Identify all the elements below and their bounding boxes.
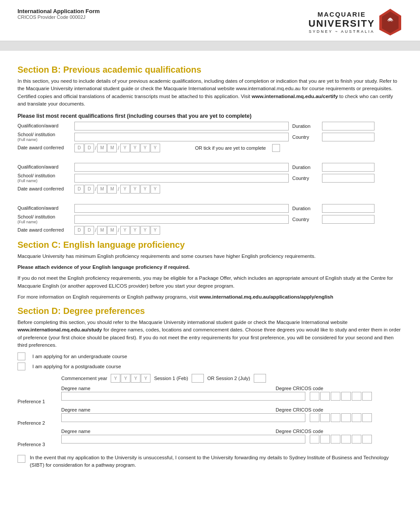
- qual1-duration-input[interactable]: [322, 122, 374, 130]
- year-y2[interactable]: Y: [121, 374, 130, 383]
- date-m1[interactable]: M: [97, 144, 107, 152]
- postgraduate-label: I am applying for a postgraduate course: [32, 364, 121, 369]
- cricos1-c1[interactable]: [310, 392, 319, 401]
- date-y1[interactable]: Y: [120, 144, 130, 152]
- cricos3-c6[interactable]: [362, 435, 372, 444]
- qual2-duration-input[interactable]: [322, 163, 374, 172]
- date2-m1[interactable]: M: [97, 185, 107, 194]
- qual2-school-input[interactable]: [74, 174, 289, 183]
- qual3-country-input[interactable]: [322, 215, 374, 224]
- cricos3-c4[interactable]: [341, 435, 351, 444]
- logo-text: MACQUARIE UNIVERSITY SYDNEY ~ AUSTRALIA: [308, 11, 375, 34]
- date2-y1[interactable]: Y: [120, 185, 130, 194]
- pref-3-inputs: [61, 435, 372, 444]
- date3-y3[interactable]: Y: [140, 226, 150, 235]
- date-d1[interactable]: D: [74, 144, 84, 152]
- year-y4[interactable]: Y: [141, 374, 150, 383]
- cricos3-c1[interactable]: [310, 435, 319, 444]
- cricos1-c6[interactable]: [362, 392, 372, 401]
- qual3-award-input[interactable]: [74, 204, 289, 213]
- date2-d1[interactable]: D: [74, 185, 84, 194]
- cricos1-c3[interactable]: [331, 392, 340, 401]
- qual1-tick-box[interactable]: [272, 144, 280, 152]
- section-d-heading: Section D: Degree preferences: [18, 306, 402, 316]
- date3-d1[interactable]: D: [74, 226, 84, 235]
- date-y3[interactable]: Y: [140, 144, 150, 152]
- cricos1-c4[interactable]: [341, 392, 351, 401]
- pref1-degree-input[interactable]: [61, 392, 305, 401]
- pref-1-inputs: [61, 392, 372, 401]
- qual-block-3: Qualification/award Duration School/ ins…: [18, 204, 402, 235]
- year-y1[interactable]: Y: [111, 374, 120, 383]
- qual3-school-input[interactable]: [74, 215, 289, 224]
- school-label-2: School/ institution (Full name): [18, 173, 74, 183]
- qual3-duration-input[interactable]: [322, 204, 374, 213]
- pref2-degree-input[interactable]: [61, 413, 305, 422]
- cricos2-c1[interactable]: [310, 413, 319, 422]
- qual3-date-group: D D / M M / Y Y Y Y: [74, 226, 160, 235]
- pref-row-1: Preference 1: [18, 392, 402, 404]
- country-label: Country: [292, 134, 318, 140]
- qual2-award-row: Qualification/award Duration: [18, 163, 402, 172]
- cricos2-c6[interactable]: [362, 413, 372, 422]
- qual1-award-input[interactable]: [74, 122, 289, 130]
- date2-y4[interactable]: Y: [150, 185, 160, 194]
- qual1-school-input[interactable]: [74, 133, 289, 141]
- date3-m2[interactable]: M: [107, 226, 117, 235]
- cricos3-c3[interactable]: [331, 435, 340, 444]
- qual2-award-input[interactable]: [74, 163, 289, 172]
- degree-name-label-1: Degree name: [61, 386, 91, 391]
- undergraduate-checkbox[interactable]: [18, 352, 25, 360]
- pref3-cricos-boxes: [310, 435, 372, 444]
- date2-m2[interactable]: M: [107, 185, 117, 194]
- duration-label-2: Duration: [292, 165, 318, 170]
- cricos2-c5[interactable]: [352, 413, 361, 422]
- date3-y4[interactable]: Y: [150, 226, 160, 235]
- qual2-country-input[interactable]: [322, 174, 374, 183]
- section-b-heading: Section B: Previous academic qualificati…: [18, 65, 402, 75]
- commencement-row: Commencement year Y Y Y Y Session 1 (Feb…: [61, 374, 402, 383]
- cricos2-c3[interactable]: [331, 413, 340, 422]
- logo-macquarie: MACQUARIE: [308, 11, 375, 18]
- degree-name-label-3: Degree name: [61, 429, 91, 434]
- pref3-degree-input[interactable]: [61, 435, 305, 444]
- qual1-country-input[interactable]: [322, 133, 374, 141]
- logo-icon: [378, 8, 402, 36]
- consent-checkbox[interactable]: [18, 455, 25, 463]
- cricos3-c2[interactable]: [320, 435, 330, 444]
- date2-y2[interactable]: Y: [130, 185, 140, 194]
- date2-d2[interactable]: D: [84, 185, 94, 194]
- date3-y2[interactable]: Y: [130, 226, 140, 235]
- date3-m1[interactable]: M: [97, 226, 107, 235]
- cricos2-c2[interactable]: [320, 413, 330, 422]
- date2-y3[interactable]: Y: [140, 185, 150, 194]
- cricos3-c5[interactable]: [352, 435, 361, 444]
- section-c-body4: For more information on English requirem…: [18, 293, 402, 301]
- or-tick-label: OR tick if you are yet to complete: [195, 145, 266, 151]
- country-label-2: Country: [292, 176, 318, 181]
- date-y2[interactable]: Y: [130, 144, 140, 152]
- cricos1-c2[interactable]: [320, 392, 330, 401]
- cricos2-c4[interactable]: [341, 413, 351, 422]
- consent-row: In the event that my application to the …: [18, 454, 402, 469]
- date-m2[interactable]: M: [107, 144, 117, 152]
- qual-label-2: Qualification/award: [18, 164, 74, 170]
- qual-label-3: Qualification/award: [18, 205, 74, 211]
- date-d2[interactable]: D: [84, 144, 94, 152]
- year-y3[interactable]: Y: [131, 374, 140, 383]
- section-c: Section C: English language proficiency …: [18, 240, 402, 301]
- session2-input[interactable]: [254, 374, 266, 383]
- date3-y1[interactable]: Y: [120, 226, 130, 235]
- or-session-label: OR Session 2 (July): [207, 376, 250, 381]
- pref-row-2: Preference 2: [18, 413, 402, 426]
- cricos1-c5[interactable]: [352, 392, 361, 401]
- pref2-cricos-boxes: [310, 413, 372, 422]
- session1-input[interactable]: [192, 374, 204, 383]
- degree-name-label-2: Degree name: [61, 407, 91, 412]
- session1-label: Session 1 (Feb): [154, 376, 188, 381]
- date-y4[interactable]: Y: [150, 144, 160, 152]
- date3-d2[interactable]: D: [84, 226, 94, 235]
- pref-2-inputs: [61, 413, 372, 422]
- postgraduate-checkbox[interactable]: [18, 363, 25, 370]
- logo-sydney: SYDNEY ~ AUSTRALIA: [308, 29, 375, 34]
